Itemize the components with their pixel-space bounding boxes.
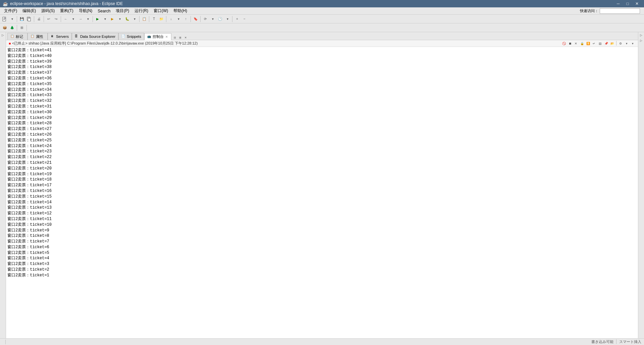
console-output[interactable]: 窗口2卖票：ticket=41窗口2卖票：ticket=40窗口2卖票：tick… bbox=[6, 47, 638, 338]
toolbar-separator-7 bbox=[149, 16, 149, 22]
sync-button[interactable]: ⟳ bbox=[202, 16, 209, 22]
menu-edit[interactable]: 编辑(E) bbox=[20, 7, 39, 14]
right-sidebar-icon-2[interactable]: ▷ bbox=[639, 39, 644, 44]
next-annotation-dropdown[interactable]: ▾ bbox=[175, 16, 182, 22]
zoom-out-button[interactable]: − bbox=[241, 16, 248, 22]
new-button[interactable] bbox=[1, 16, 8, 22]
prev-annotation-button[interactable]: ↑ bbox=[182, 16, 189, 22]
console-line: 窗口2卖票：ticket=20 bbox=[7, 166, 637, 171]
console-line: 窗口2卖票：ticket=18 bbox=[7, 177, 637, 183]
console-remove-button[interactable]: ✕ bbox=[573, 41, 579, 46]
console-line: 窗口2卖票：ticket=10 bbox=[7, 222, 637, 228]
menu-refactor[interactable]: 重构(T) bbox=[57, 7, 76, 14]
navigate-forward-button[interactable]: → bbox=[77, 16, 84, 22]
navigate-forward-dropdown[interactable]: ▾ bbox=[85, 16, 91, 22]
toolbar2: 📦 🌲 ⊞ bbox=[0, 23, 644, 32]
pkg-explorer-button[interactable]: 📦 bbox=[1, 24, 8, 31]
console-line: 窗口2卖票：ticket=2 bbox=[7, 267, 637, 273]
bookmark-button[interactable]: 🔖 bbox=[192, 16, 199, 22]
history-dropdown[interactable]: ▾ bbox=[224, 16, 231, 22]
quick-access-input[interactable] bbox=[600, 8, 640, 14]
console-settings-button[interactable]: ⚙ bbox=[618, 41, 623, 46]
print-button[interactable]: 🖨 bbox=[36, 16, 42, 22]
history-button[interactable]: 🕐 bbox=[217, 16, 223, 22]
menu-window[interactable]: 窗口(W) bbox=[151, 7, 171, 14]
tab-console[interactable]: 📺 控制台 ✕ bbox=[144, 33, 171, 40]
navigate-back-dropdown[interactable]: ▾ bbox=[70, 16, 76, 22]
menu-navigate[interactable]: 导航(N) bbox=[76, 7, 95, 14]
redo-button[interactable]: ↪ bbox=[53, 16, 59, 22]
zoom-in-button[interactable]: + bbox=[234, 16, 240, 22]
tab-close-all-button[interactable]: ✕ bbox=[183, 35, 188, 40]
console-line: 窗口2卖票：ticket=3 bbox=[7, 261, 637, 267]
console-scroll-lock-button[interactable]: 🔒 bbox=[579, 41, 585, 46]
hierarchy-button[interactable]: 🌲 bbox=[9, 24, 15, 31]
menu-source[interactable]: 源码(S) bbox=[39, 7, 57, 14]
console-pin-button[interactable]: 📌 bbox=[603, 41, 609, 46]
tab-datasource[interactable]: 🗄 Data Source Explorer bbox=[72, 33, 118, 40]
console-line: 窗口2卖票：ticket=31 bbox=[7, 104, 637, 110]
run-dropdown[interactable]: ▾ bbox=[102, 16, 108, 22]
tab-datasource-icon: 🗄 bbox=[75, 34, 79, 39]
maximize-button[interactable]: □ bbox=[623, 1, 632, 7]
center-area: 📋 标记 📋 属性 🖥 Servers 🗄 Data Source Explor… bbox=[6, 32, 638, 338]
console-line: 窗口2卖票：ticket=32 bbox=[7, 98, 637, 104]
save-all-button[interactable] bbox=[26, 16, 33, 22]
tab-console-close[interactable]: ✕ bbox=[165, 35, 168, 39]
sync-dropdown[interactable]: ▾ bbox=[209, 16, 216, 22]
tab-snippets[interactable]: 📄 Snippets bbox=[118, 33, 144, 40]
console-line: 窗口2卖票：ticket=30 bbox=[7, 110, 637, 115]
tab-console-icon: 📺 bbox=[147, 35, 151, 39]
run-button[interactable]: ▶ bbox=[94, 16, 101, 22]
undo-button[interactable]: ↩ bbox=[45, 16, 52, 22]
console-dropdown-button[interactable]: ▾ bbox=[624, 41, 629, 46]
console-line: 窗口2卖票：ticket=12 bbox=[7, 211, 637, 216]
sidebar-icon-1[interactable]: ▷ bbox=[1, 33, 5, 38]
menu-search[interactable]: Search bbox=[95, 8, 113, 14]
tab-servers[interactable]: 🖥 Servers bbox=[48, 33, 72, 40]
app-icon: ☕ bbox=[3, 1, 8, 6]
tab-maximize-button[interactable]: ⊞ bbox=[178, 35, 183, 40]
right-sidebar-icon-1[interactable]: ▷ bbox=[639, 33, 644, 38]
quick-access: 快速访问： bbox=[580, 8, 643, 14]
open-type-button[interactable]: T bbox=[151, 16, 157, 22]
tab-properties-label: 属性 bbox=[36, 34, 43, 39]
open-perspective-button[interactable]: ⊞ bbox=[18, 24, 25, 31]
tab-properties-icon: 📋 bbox=[31, 34, 35, 39]
console-clear-button[interactable]: 🚫 bbox=[561, 41, 567, 46]
navigate-back-button[interactable]: ← bbox=[62, 16, 69, 22]
run-ext-button[interactable]: ▶ bbox=[109, 16, 116, 22]
title-bar-left: ☕ eclipse-workspace - java test/src/nine… bbox=[3, 1, 123, 6]
console-word-wrap-button[interactable]: ↵ bbox=[591, 41, 597, 46]
minimize-button[interactable]: ─ bbox=[614, 1, 623, 7]
console-line: 窗口2卖票：ticket=6 bbox=[7, 245, 637, 250]
console-line: 窗口2卖票：ticket=25 bbox=[7, 138, 637, 143]
run-ext-dropdown[interactable]: ▾ bbox=[116, 16, 123, 22]
console-line: 窗口2卖票：ticket=37 bbox=[7, 70, 637, 76]
next-annotation-button[interactable]: ↓ bbox=[168, 16, 174, 22]
console-header-text: <已终止> shihao [Java 应用程序] C:\Program File… bbox=[12, 41, 198, 46]
console-scroll-end-button[interactable]: ⏬ bbox=[585, 41, 591, 46]
menu-run[interactable]: 运行(R) bbox=[132, 7, 151, 14]
open-resource-button[interactable]: 📁 bbox=[158, 16, 165, 22]
open-task-button[interactable]: 📋 bbox=[141, 16, 148, 22]
tab-properties[interactable]: 📋 属性 bbox=[28, 33, 48, 40]
console-open-file-button[interactable]: 📂 bbox=[609, 41, 615, 46]
status-divider-1 bbox=[5, 340, 6, 344]
debug-dropdown[interactable]: ▾ bbox=[131, 16, 138, 22]
view-menu-button[interactable]: ▾ bbox=[630, 41, 635, 46]
menu-project[interactable]: 项目(P) bbox=[113, 7, 132, 14]
tab-servers-icon: 🖥 bbox=[51, 34, 55, 39]
console-line: 窗口2卖票：ticket=36 bbox=[7, 76, 637, 81]
close-button[interactable]: ✕ bbox=[633, 1, 641, 7]
console-show-new-button[interactable]: ▤ bbox=[597, 41, 603, 46]
tab-bookmarks[interactable]: 📋 标记 bbox=[7, 33, 28, 40]
save-button[interactable]: 💾 bbox=[18, 16, 25, 22]
tab-minimize-button[interactable]: ⊟ bbox=[173, 35, 177, 40]
console-terminate-button[interactable]: ⏹ bbox=[567, 41, 573, 46]
menu-file[interactable]: 文件(F) bbox=[1, 7, 20, 14]
toolbar: ▾ 💾 🖨 ↩ ↪ ← ▾ → ▾ ▶ ▾ ▶ ▾ 🐛 ▾ 📋 T 📁 ↓ ▾ … bbox=[0, 15, 644, 23]
debug-button[interactable]: 🐛 bbox=[124, 16, 130, 22]
new-dropdown-button[interactable]: ▾ bbox=[9, 16, 15, 22]
menu-help[interactable]: 帮助(H) bbox=[171, 7, 190, 14]
